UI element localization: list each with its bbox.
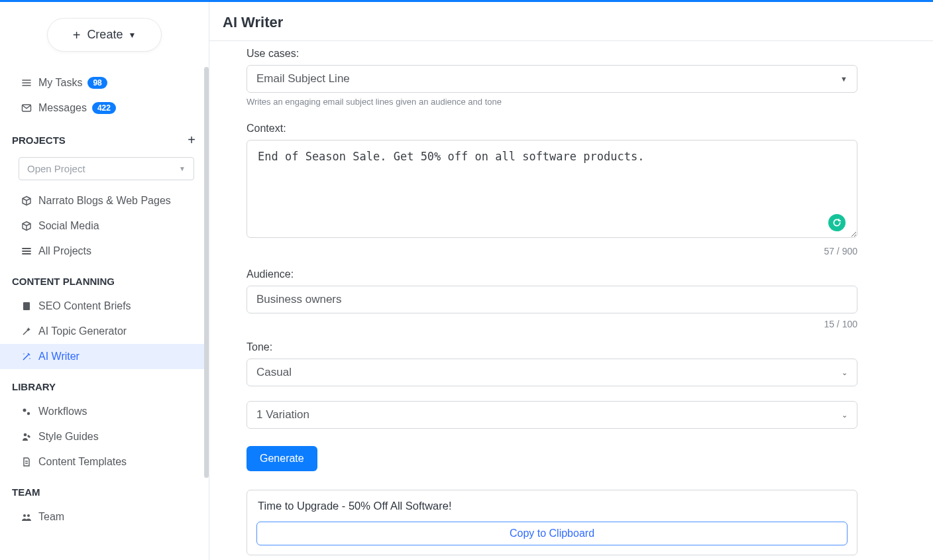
tone-value: Casual	[256, 366, 292, 379]
caret-down-icon: ▼	[179, 165, 186, 172]
nav-label: Messages	[38, 102, 87, 114]
project-item-narrato[interactable]: Narrato Blogs & Web Pages	[0, 188, 209, 213]
caret-down-icon: ▼	[840, 75, 848, 83]
sidebar: + Create ▼ My Tasks 98 Messages 422	[0, 2, 209, 560]
sidebar-scrollbar[interactable]	[204, 67, 209, 478]
chevron-down-icon: ⌄	[842, 411, 848, 420]
tone-select[interactable]: Casual ⌄	[247, 359, 857, 386]
team-section-title: TEAM	[0, 475, 209, 504]
lib-workflows[interactable]: Workflows	[0, 399, 209, 424]
copy-to-clipboard-button[interactable]: Copy to Clipboard	[256, 522, 848, 545]
content-planning-section-title: CONTENT PLANNING	[0, 264, 209, 294]
messages-badge: 422	[92, 102, 116, 114]
usecases-select[interactable]: Email Subject Line ▼	[247, 65, 857, 93]
lib-content-templates[interactable]: Content Templates	[0, 449, 209, 475]
list-icon	[19, 78, 34, 88]
document-icon	[19, 301, 34, 311]
usecases-label: Use cases:	[247, 48, 857, 60]
nav-label: Style Guides	[38, 431, 99, 443]
svg-point-12	[24, 433, 27, 437]
open-project-placeholder: Open Project	[27, 163, 85, 174]
nav-label: AI Writer	[38, 351, 80, 363]
create-button[interactable]: + Create ▼	[47, 18, 162, 52]
cp-seo-briefs[interactable]: SEO Content Briefs	[0, 294, 209, 319]
svg-point-15	[23, 514, 26, 517]
team-item[interactable]: Team	[0, 504, 209, 530]
plus-icon: +	[73, 28, 81, 42]
nav-label: My Tasks	[38, 77, 82, 89]
nav-label: AI Topic Generator	[38, 325, 127, 337]
sparkle-icon	[19, 326, 34, 337]
svg-point-16	[27, 514, 30, 517]
cube-icon	[19, 196, 34, 206]
context-textarea[interactable]	[247, 140, 857, 238]
cube-icon	[19, 221, 34, 231]
audience-input[interactable]	[247, 286, 857, 313]
svg-rect-7	[23, 302, 30, 310]
chevron-down-icon: ⌄	[842, 368, 848, 377]
add-project-icon[interactable]: +	[188, 133, 195, 148]
result-box: Time to Upgrade - 50% Off All Software! …	[247, 490, 857, 555]
cp-ai-writer[interactable]: AI Writer	[0, 344, 209, 369]
main: AI Writer Use cases: Email Subject Line …	[209, 2, 933, 560]
nav-messages[interactable]: Messages 422	[0, 95, 209, 121]
context-label: Context:	[247, 123, 857, 135]
nav-label: Narrato Blogs & Web Pages	[38, 195, 171, 207]
open-project-select[interactable]: Open Project ▼	[19, 157, 194, 180]
nav-label: Content Templates	[38, 456, 127, 468]
library-section-title: LIBRARY	[0, 369, 209, 399]
variation-value: 1 Variation	[256, 408, 309, 421]
usecases-value: Email Subject Line	[256, 72, 350, 85]
my-tasks-badge: 98	[87, 77, 107, 89]
generate-button[interactable]: Generate	[247, 446, 317, 471]
nav-label: All Projects	[38, 245, 91, 257]
result-text: Time to Upgrade - 50% Off All Software!	[256, 500, 848, 512]
page-header: AI Writer	[209, 2, 933, 41]
project-item-social[interactable]: Social Media	[0, 213, 209, 239]
svg-point-8	[23, 353, 25, 355]
grammarly-icon[interactable]	[828, 214, 846, 231]
svg-point-11	[27, 412, 30, 415]
audience-label: Audience:	[247, 268, 857, 280]
caret-down-icon: ▼	[128, 30, 136, 40]
page-title: AI Writer	[223, 14, 920, 31]
usecases-hint: Writes an engaging email subject lines g…	[247, 97, 857, 107]
nav-label: SEO Content Briefs	[38, 300, 131, 312]
tone-label: Tone:	[247, 341, 857, 353]
svg-point-10	[23, 409, 27, 412]
menu-icon	[19, 246, 34, 256]
person-pen-icon	[19, 431, 34, 442]
gears-icon	[19, 406, 34, 417]
people-icon	[19, 512, 34, 522]
lib-style-guides[interactable]: Style Guides	[0, 424, 209, 449]
create-button-label: Create	[87, 28, 123, 42]
envelope-icon	[19, 103, 34, 113]
cp-ai-topic[interactable]: AI Topic Generator	[0, 319, 209, 344]
nav-my-tasks[interactable]: My Tasks 98	[0, 70, 209, 95]
nav-label: Workflows	[38, 406, 87, 418]
nav-label: Social Media	[38, 220, 99, 232]
magic-wand-icon	[19, 351, 34, 362]
audience-counter: 15 / 100	[247, 319, 857, 329]
file-icon	[19, 457, 34, 467]
svg-point-9	[29, 358, 30, 359]
context-counter: 57 / 900	[247, 246, 857, 256]
projects-section-title: PROJECTS +	[0, 121, 209, 154]
variation-select[interactable]: 1 Variation ⌄	[247, 401, 857, 429]
project-item-all[interactable]: All Projects	[0, 239, 209, 264]
nav-label: Team	[38, 511, 64, 523]
